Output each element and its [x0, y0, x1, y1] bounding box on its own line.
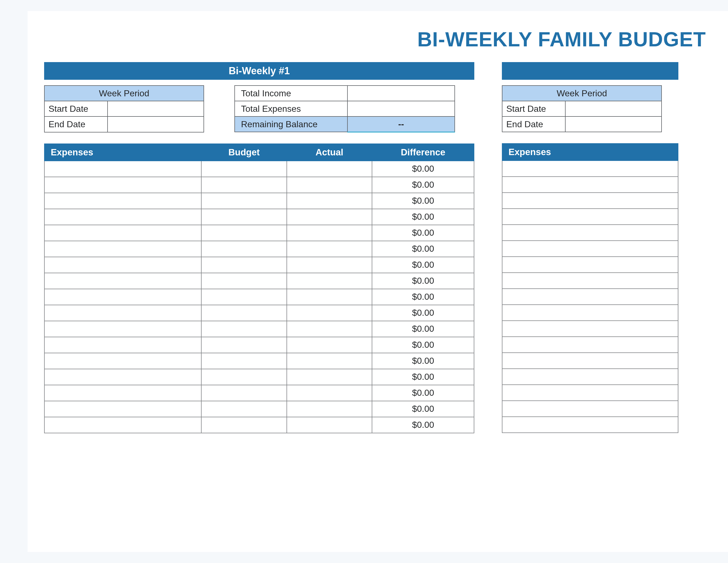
- budget-cell[interactable]: [201, 353, 287, 369]
- actual-cell[interactable]: [287, 369, 372, 385]
- table-row: $0.00: [44, 417, 474, 433]
- expense-cell[interactable]: [502, 257, 678, 273]
- actual-cell[interactable]: [287, 193, 372, 209]
- actual-cell[interactable]: [287, 337, 372, 353]
- expense-cell[interactable]: [44, 241, 201, 257]
- budget-cell[interactable]: [201, 273, 287, 289]
- actual-cell[interactable]: [287, 257, 372, 273]
- table-row: [502, 385, 678, 401]
- biweekly-2-section: Week Period Start Date End Date Expenses: [502, 62, 678, 433]
- budget-cell[interactable]: [201, 289, 287, 305]
- expense-cell[interactable]: [502, 337, 678, 353]
- table-row: $0.00: [44, 321, 474, 337]
- expense-cell[interactable]: [502, 417, 678, 433]
- expense-cell[interactable]: [44, 337, 201, 353]
- difference-cell: $0.00: [372, 161, 474, 177]
- difference-cell: $0.00: [372, 193, 474, 209]
- expense-cell[interactable]: [502, 401, 678, 417]
- actual-cell[interactable]: [287, 225, 372, 241]
- table-row: [502, 161, 678, 177]
- budget-cell[interactable]: [201, 177, 287, 193]
- layout-columns: Bi-Weekly #1 Week Period Start Date End …: [44, 62, 728, 433]
- difference-cell: $0.00: [372, 369, 474, 385]
- expense-cell[interactable]: [44, 273, 201, 289]
- expense-cell[interactable]: [502, 241, 678, 257]
- actual-cell[interactable]: [287, 177, 372, 193]
- expense-cell[interactable]: [502, 321, 678, 337]
- budget-cell[interactable]: [201, 257, 287, 273]
- expense-cell[interactable]: [502, 273, 678, 289]
- total-income-value[interactable]: [347, 86, 455, 101]
- expense-cell[interactable]: [44, 209, 201, 225]
- start-date-cell-2[interactable]: [565, 101, 662, 116]
- end-date-cell-2[interactable]: [565, 116, 662, 132]
- actual-cell[interactable]: [287, 289, 372, 305]
- actual-cell[interactable]: [287, 385, 372, 401]
- table-row: $0.00: [44, 337, 474, 353]
- expense-cell[interactable]: [44, 225, 201, 241]
- table-row: [502, 321, 678, 337]
- actual-cell[interactable]: [287, 417, 372, 433]
- expense-cell[interactable]: [44, 385, 201, 401]
- table-row: [502, 289, 678, 305]
- budget-cell[interactable]: [201, 209, 287, 225]
- expense-cell[interactable]: [502, 177, 678, 193]
- budget-cell[interactable]: [201, 337, 287, 353]
- actual-cell[interactable]: [287, 305, 372, 321]
- expense-cell[interactable]: [502, 209, 678, 225]
- budget-cell[interactable]: [201, 369, 287, 385]
- start-date-cell-1[interactable]: [108, 101, 204, 116]
- actual-cell[interactable]: [287, 401, 372, 417]
- table-row: $0.00: [44, 177, 474, 193]
- actual-cell[interactable]: [287, 273, 372, 289]
- budget-cell[interactable]: [201, 161, 287, 177]
- table-row: $0.00: [44, 193, 474, 209]
- budget-cell[interactable]: [201, 305, 287, 321]
- expense-cell[interactable]: [44, 417, 201, 433]
- budget-cell[interactable]: [201, 417, 287, 433]
- week-period-header-1: Week Period: [44, 86, 204, 101]
- budget-cell[interactable]: [201, 225, 287, 241]
- expense-cell[interactable]: [502, 305, 678, 321]
- expense-cell[interactable]: [44, 289, 201, 305]
- expense-cell[interactable]: [44, 305, 201, 321]
- total-expenses-value[interactable]: [347, 101, 455, 116]
- actual-cell[interactable]: [287, 209, 372, 225]
- budget-cell[interactable]: [201, 385, 287, 401]
- expense-cell[interactable]: [502, 369, 678, 385]
- expense-cell[interactable]: [502, 161, 678, 177]
- col-expenses-2: Expenses: [502, 143, 678, 161]
- budget-cell[interactable]: [201, 401, 287, 417]
- table-row: $0.00: [44, 385, 474, 401]
- expense-cell[interactable]: [44, 177, 201, 193]
- expense-cell[interactable]: [502, 225, 678, 241]
- expense-cell[interactable]: [44, 369, 201, 385]
- table-row: $0.00: [44, 225, 474, 241]
- table-row: [502, 257, 678, 273]
- table-row: [502, 193, 678, 209]
- col-budget-1: Budget: [201, 144, 287, 161]
- remaining-balance-value: --: [347, 116, 455, 132]
- expense-cell[interactable]: [44, 401, 201, 417]
- expense-cell[interactable]: [502, 193, 678, 209]
- expense-cell[interactable]: [44, 257, 201, 273]
- table-row: $0.00: [44, 273, 474, 289]
- budget-cell[interactable]: [201, 241, 287, 257]
- expense-cell[interactable]: [502, 289, 678, 305]
- budget-cell[interactable]: [201, 321, 287, 337]
- budget-cell[interactable]: [201, 193, 287, 209]
- actual-cell[interactable]: [287, 321, 372, 337]
- expense-cell[interactable]: [502, 385, 678, 401]
- expense-cell[interactable]: [44, 193, 201, 209]
- actual-cell[interactable]: [287, 241, 372, 257]
- expense-cell[interactable]: [44, 353, 201, 369]
- table-row: $0.00: [44, 369, 474, 385]
- expense-cell[interactable]: [44, 161, 201, 177]
- table-row: $0.00: [44, 161, 474, 177]
- table-row: [502, 417, 678, 433]
- actual-cell[interactable]: [287, 161, 372, 177]
- expense-cell[interactable]: [502, 353, 678, 369]
- end-date-cell-1[interactable]: [108, 116, 204, 132]
- expense-cell[interactable]: [44, 321, 201, 337]
- actual-cell[interactable]: [287, 353, 372, 369]
